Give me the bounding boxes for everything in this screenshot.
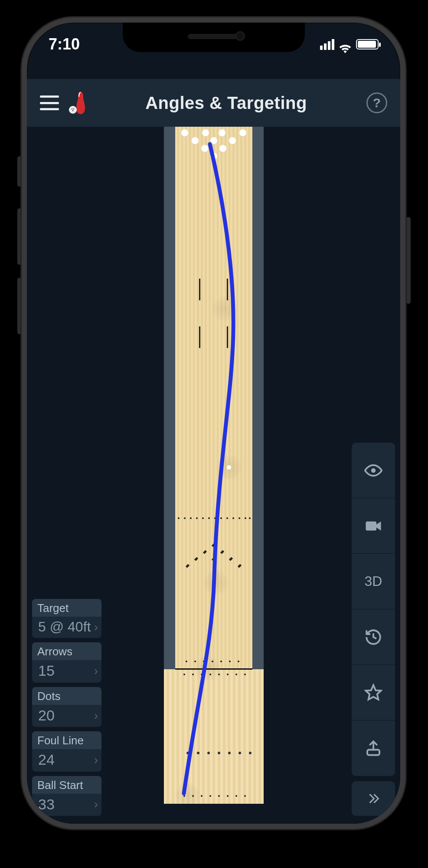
target-stat[interactable]: Target 5 @ 40ft › xyxy=(32,599,101,638)
ball-start-label: Ball Start xyxy=(32,776,101,794)
dots-value: 20 xyxy=(38,707,55,723)
battery-icon xyxy=(356,39,379,49)
breakpoint-indicator xyxy=(227,465,231,470)
ball-start-stat[interactable]: Ball Start 33 › xyxy=(32,776,101,816)
help-button[interactable]: ? xyxy=(366,92,387,113)
camera-button[interactable] xyxy=(352,498,395,554)
arrows-value: 15 xyxy=(38,663,55,679)
svg-rect-5 xyxy=(366,521,377,530)
content-area: Target 5 @ 40ft › Arrows 15 › Dots 20 › xyxy=(27,127,400,824)
view-3d-button[interactable]: 3D xyxy=(352,554,395,609)
chevron-double-right-icon xyxy=(366,791,381,806)
ball-start-handle[interactable] xyxy=(175,782,201,808)
page-title: Angles & Targeting xyxy=(145,93,307,113)
foul-line-stat[interactable]: Foul Line 24 › xyxy=(32,731,101,771)
svg-point-2 xyxy=(73,108,74,109)
video-camera-icon xyxy=(364,517,382,535)
wifi-icon xyxy=(339,39,352,49)
history-button[interactable] xyxy=(352,609,395,665)
share-button[interactable] xyxy=(352,720,395,776)
foul-line-label: Foul Line xyxy=(32,731,101,749)
svg-point-3 xyxy=(72,110,73,111)
approach-stance-dots xyxy=(164,752,264,756)
history-icon xyxy=(364,628,382,646)
app-header: Angles & Targeting ? xyxy=(27,79,400,127)
svg-point-1 xyxy=(72,108,72,109)
chevron-right-icon: › xyxy=(94,620,98,634)
phone-power-button xyxy=(406,217,411,304)
star-icon xyxy=(364,684,382,702)
more-button[interactable] xyxy=(352,781,395,816)
dots-stat[interactable]: Dots 20 › xyxy=(32,687,101,727)
phone-frame: 7:10 Angles & Tar xyxy=(22,17,405,829)
chevron-right-icon: › xyxy=(94,797,98,811)
phone-silence-switch xyxy=(17,156,22,187)
foul-line-value: 24 xyxy=(38,752,55,768)
chevron-right-icon: › xyxy=(94,753,98,767)
ball-start-value: 33 xyxy=(38,796,55,812)
visibility-button[interactable] xyxy=(352,443,395,498)
app-logo-icon xyxy=(69,91,86,115)
svg-point-0 xyxy=(69,106,77,114)
arrows-handle[interactable] xyxy=(203,569,229,595)
share-icon xyxy=(364,739,382,757)
dots-label: Dots xyxy=(32,687,101,705)
bowling-lane[interactable] xyxy=(164,127,264,804)
view-3d-label: 3D xyxy=(365,573,382,589)
view-tools-panel: 3D xyxy=(352,443,395,816)
menu-button[interactable] xyxy=(40,95,59,110)
target-handle[interactable] xyxy=(212,296,238,322)
chevron-right-icon: › xyxy=(94,709,98,723)
eye-icon xyxy=(364,461,382,480)
status-time: 7:10 xyxy=(49,35,80,53)
cellular-signal-icon xyxy=(320,39,334,50)
target-label: Target xyxy=(32,599,101,617)
arrows-stat[interactable]: Arrows 15 › xyxy=(32,642,101,682)
target-value: 5 @ 40ft xyxy=(38,619,91,635)
svg-point-4 xyxy=(371,468,376,473)
favorite-button[interactable] xyxy=(352,665,395,720)
foul-line-handle[interactable] xyxy=(194,655,220,681)
chevron-right-icon: › xyxy=(94,664,98,678)
svg-rect-7 xyxy=(367,750,379,755)
targeting-stats-panel: Target 5 @ 40ft › Arrows 15 › Dots 20 › xyxy=(32,599,101,816)
phone-volume-up xyxy=(17,208,22,265)
range-dots-40ft xyxy=(175,517,252,520)
phone-notch xyxy=(123,23,305,52)
svg-marker-6 xyxy=(366,685,381,699)
pin-deck xyxy=(175,129,252,161)
arrows-label: Arrows xyxy=(32,642,101,660)
phone-volume-down xyxy=(17,278,22,334)
